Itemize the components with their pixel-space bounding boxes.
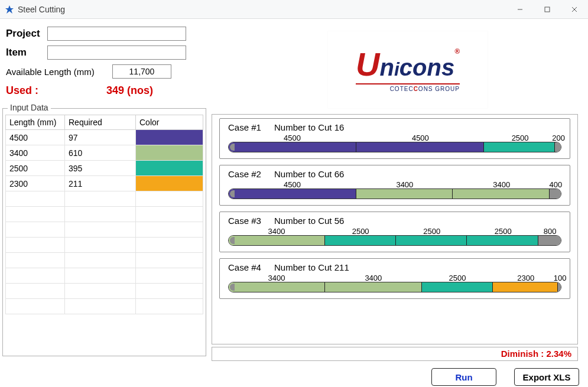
available-length-label: Available Length (mm) — [6, 67, 112, 77]
used-label: Used : — [6, 84, 106, 97]
segment-label: 2500 — [423, 227, 440, 236]
client-area: Project Item Available Length (mm) Used … — [0, 19, 588, 387]
case: Case #3Number to Cut 5634002500250025008… — [219, 212, 570, 252]
table-row[interactable] — [6, 299, 203, 314]
minimize-button[interactable] — [506, 0, 534, 19]
table-row[interactable] — [6, 207, 203, 222]
segment — [555, 142, 561, 152]
cell-length[interactable]: 4500 — [6, 130, 65, 145]
svg-marker-0 — [5, 5, 14, 14]
table-row[interactable]: 3400610 — [6, 145, 203, 161]
case-cut-label: Number to Cut 66 — [274, 169, 344, 179]
segment-label: 4500 — [284, 134, 301, 142]
segment-label: 4500 — [412, 134, 429, 142]
table-row[interactable] — [6, 238, 203, 253]
case-cut-label: Number to Cut 56 — [274, 216, 344, 226]
item-label: Item — [6, 47, 47, 58]
cell-color[interactable] — [136, 176, 203, 191]
cell-color[interactable] — [136, 130, 203, 145]
cell-color[interactable] — [136, 145, 203, 161]
cut-bar — [228, 235, 561, 246]
diminish-value: 2.34% — [546, 349, 571, 359]
segment-label: 3400 — [268, 274, 285, 282]
segment-label: 800 — [544, 227, 557, 236]
item-input[interactable] — [47, 45, 186, 60]
segment-labels: 450034003400400 — [228, 180, 561, 188]
segment-label: 100 — [554, 274, 567, 282]
case-cut-label: Number to Cut 16 — [274, 122, 344, 132]
cell-required[interactable]: 211 — [65, 176, 136, 191]
cell-length[interactable]: 3400 — [6, 145, 65, 161]
table-row[interactable] — [6, 268, 203, 284]
titlebar: Steel Cutting — [0, 0, 588, 19]
diminish-label: Diminish : — [501, 349, 544, 359]
table-row[interactable]: 2300211 — [6, 176, 203, 191]
col-required: Required — [65, 115, 136, 130]
cell-length[interactable]: 2300 — [6, 176, 65, 191]
segment-label: 2500 — [449, 274, 466, 282]
table-row[interactable] — [6, 191, 203, 207]
cut-bar — [228, 282, 561, 292]
project-input[interactable] — [47, 27, 186, 41]
cell-required[interactable]: 395 — [65, 161, 136, 176]
close-button[interactable] — [561, 0, 588, 19]
table-row[interactable]: 450097 — [6, 130, 203, 145]
case-name: Case #1 — [228, 122, 274, 132]
segment-label: 2300 — [517, 274, 534, 282]
segment-label: 200 — [552, 134, 565, 142]
used-value: 349 (nos) — [106, 84, 153, 97]
top-form: Project Item Available Length (mm) Used … — [6, 24, 195, 100]
segment — [484, 142, 555, 152]
input-data-legend: Input Data — [8, 103, 51, 112]
segment — [325, 282, 421, 292]
segment-labels: 3400340025002300100 — [228, 274, 561, 282]
case-cut-label: Number to Cut 211 — [274, 262, 349, 272]
segment-labels: 3400250025002500800 — [228, 227, 561, 235]
segment — [396, 236, 467, 245]
segment-label: 3400 — [493, 180, 510, 189]
svg-rect-2 — [545, 7, 550, 12]
logo: Unicons® COTECCONS GROUP — [328, 31, 488, 108]
app-icon — [5, 5, 14, 14]
segment — [356, 189, 453, 199]
table-row[interactable] — [6, 222, 203, 238]
cut-bar — [228, 142, 561, 152]
segment-label: 3400 — [396, 180, 413, 189]
segment — [356, 142, 484, 152]
segment-label: 400 — [549, 180, 562, 189]
segment — [493, 282, 558, 292]
export-xls-button[interactable]: Export XLS — [514, 368, 579, 386]
case: Case #2Number to Cut 66450034003400400 — [219, 165, 570, 206]
input-data-table[interactable]: Length (mm) Required Color 4500973400610… — [5, 115, 203, 314]
table-row[interactable]: 2500395 — [6, 161, 203, 176]
segment — [467, 236, 538, 245]
maximize-button[interactable] — [534, 0, 561, 19]
segment-labels: 450045002500200 — [228, 134, 561, 142]
table-row[interactable] — [6, 284, 203, 299]
col-length: Length (mm) — [6, 115, 65, 130]
segment-label: 4500 — [284, 180, 301, 189]
segment-label: 3400 — [268, 227, 285, 236]
project-label: Project — [6, 28, 47, 40]
segment — [422, 282, 493, 292]
cell-required[interactable]: 610 — [65, 145, 136, 161]
case-name: Case #2 — [228, 169, 274, 179]
case: Case #1Number to Cut 16450045002500200 — [219, 118, 570, 159]
cell-length[interactable]: 2500 — [6, 161, 65, 176]
cut-bar — [228, 188, 561, 199]
available-length-input[interactable] — [112, 64, 171, 79]
segment — [229, 189, 356, 199]
col-color: Color — [136, 115, 203, 130]
segment — [538, 236, 561, 245]
cell-required[interactable]: 97 — [65, 130, 136, 145]
window-title: Steel Cutting — [18, 5, 65, 14]
cell-color[interactable] — [136, 161, 203, 176]
segment-label: 2500 — [352, 227, 369, 236]
input-data-group: Input Data Length (mm) Required Color 45… — [2, 108, 206, 356]
segment — [550, 189, 561, 199]
table-row[interactable] — [6, 253, 203, 268]
case-name: Case #4 — [228, 262, 274, 272]
run-button[interactable]: Run — [431, 368, 496, 386]
diminish-bar: Diminish : 2.34% — [212, 347, 578, 361]
case: Case #4Number to Cut 2113400340025002300… — [219, 258, 570, 299]
